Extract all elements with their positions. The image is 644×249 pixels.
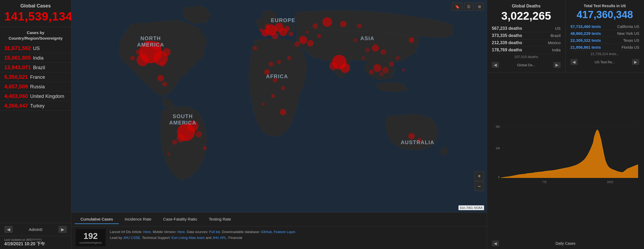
deaths-next-button[interactable]: ▶ [553,62,561,68]
region-count-label: countries/regions [79,241,102,244]
svg-text:ASIA: ASIA [360,35,375,41]
country-item[interactable]: 4,657,509Russia [0,82,71,92]
svg-point-63 [203,146,207,150]
admin-nav: ◀ Admin0 ▶ [0,223,71,236]
death-count: 373,335 deaths [492,33,522,38]
svg-point-45 [379,72,383,76]
zoom-out-button[interactable]: − [474,181,484,191]
death-count: 212,339 deaths [492,40,522,45]
test-count: 48,960,229 tests [570,31,601,36]
right-top: Global Deaths 3,022,265 567,233 deathsUS… [487,0,644,72]
svg-point-19 [284,26,290,32]
map-tabs: Cumulative CasesIncidence RateCase-Fatal… [71,212,487,226]
map-footer: 192 countries/regions Lancet Inf Dis Art… [71,226,487,249]
footer-text-1: Lancet Inf Dis Article: [110,230,143,234]
footer-link-jhuapl[interactable]: JHU APL [212,236,227,240]
country-item[interactable]: 4,268,447Turkey [0,101,71,111]
map-tab[interactable]: Case-Fatality Ratio [157,215,203,224]
test-item: 21,956,861 testsFlorida US [570,44,639,51]
country-item[interactable]: 4,403,060United Kingdom [0,92,71,101]
svg-text:2M: 2M [496,125,500,128]
svg-point-8 [130,56,135,60]
country-name: United Kingdom [30,94,64,99]
svg-point-20 [265,24,269,28]
map-tab[interactable]: Testing Rate [203,215,237,224]
death-country: Brazil [550,33,561,38]
country-name: Brazil [33,65,45,70]
chart-area: 2M 1M 0 7月 2021 ◀ Daily Cases ▶ [487,72,644,249]
tests-prev-button[interactable]: ◀ [570,59,578,65]
bookmark-button[interactable]: 🔖 [452,3,462,11]
footer-link-featurelayer[interactable]: Feature Layer [274,230,295,234]
deaths-prev-button[interactable]: ◀ [492,62,499,68]
deaths-number: 3,022,265 [492,10,561,22]
chart-prev-button[interactable]: ◀ [492,240,499,246]
svg-point-55 [287,56,291,60]
test-count: 21,956,861 tests [570,45,601,49]
country-name: Russia [30,84,45,90]
right-panel: Global Deaths 3,022,265 567,233 deathsUS… [487,0,644,249]
country-item[interactable]: 31,671,592US [0,44,71,53]
admin-prev-button[interactable]: ◀ [4,226,13,233]
svg-point-7 [136,49,141,55]
svg-point-46 [372,44,379,52]
svg-point-3 [136,54,148,66]
test-region: California US [617,24,639,29]
footer-link-here1[interactable]: Here [143,230,151,234]
tests-panel: Total Test Results in US 417,360,348 57,… [566,0,644,72]
global-cases-number: 141,539,134 [4,10,67,23]
zoom-in-button[interactable]: + [474,171,484,181]
tests-label: Total Test Results in US [570,4,639,8]
tests-next-button[interactable]: ▶ [632,59,639,65]
grid-button[interactable]: ⊞ [475,3,484,11]
deaths-list: 567,233 deathsUS373,335 deathsBrazil212,… [492,25,561,60]
svg-point-47 [381,49,386,55]
death-country: Mexico [548,40,561,45]
svg-point-32 [294,41,300,47]
death-item: 567,233 deathsUS [492,25,561,32]
esri-attribution: Esri, FAO, NOAA [458,205,484,210]
svg-point-37 [261,102,265,106]
footer-link-esri[interactable]: Esri Living Atlas team [172,236,205,240]
admin-next-button[interactable]: ▶ [58,226,67,233]
map-container[interactable]: NORTH AMERICA EUROPE ASIA AFRICA SOUTH A… [71,0,487,212]
footer-text-5: , [272,230,274,234]
country-cases: 4,657,509 [4,84,28,90]
death-count: 178,769 deaths [492,48,522,52]
deaths-panel: Global Deaths 3,022,265 567,233 deathsUS… [487,0,566,72]
map-tab[interactable]: Incidence Rate [119,215,157,224]
tests-nav-label: US Test Re... [595,60,615,64]
tests-number: 417,360,348 [570,9,639,20]
admin-label: Admin0 [29,227,42,232]
death-item: 212,339 deathsMexico [492,39,561,47]
footer-link-jhucsse[interactable]: JHU CSSE [123,236,140,240]
svg-point-58 [353,38,357,42]
death-item: 373,335 deathsBrazil [492,32,561,39]
death-country: US [555,26,561,31]
last-updated-date: 4/19/2021 10:20 下午 [4,241,67,247]
svg-rect-73 [492,123,639,192]
list-button[interactable]: ☰ [464,3,473,11]
footer-link-here2[interactable]: Here [177,230,185,234]
svg-point-40 [280,109,286,115]
country-item[interactable]: 15,061,805India [0,53,71,63]
tests-list: 57,733,460 testsCalifornia US48,960,229 … [570,23,639,57]
svg-point-29 [329,62,337,70]
footer-link-fulllist[interactable]: Full list [209,230,220,234]
test-region: Florida US [622,45,639,49]
svg-point-38 [269,62,273,67]
footer-link-github[interactable]: GitHub [261,230,272,234]
country-item[interactable]: 5,350,521France [0,72,71,82]
svg-point-13 [196,131,202,137]
svg-point-9 [160,61,166,67]
country-item[interactable]: 13,943,071Brazil [0,63,71,72]
svg-text:AMERICA: AMERICA [169,120,196,126]
test-region: Texas US [623,38,639,43]
svg-text:1M: 1M [496,147,500,150]
country-name: Turkey [30,103,45,109]
last-updated: Last Updated at (M/D/YYYY) 4/19/2021 10:… [0,236,71,249]
map-tab[interactable]: Cumulative Cases [75,215,119,224]
svg-point-49 [409,37,414,43]
left-panel: Global Cases 141,539,134 Cases by Countr… [0,0,71,249]
svg-text:SOUTH: SOUTH [173,113,193,119]
